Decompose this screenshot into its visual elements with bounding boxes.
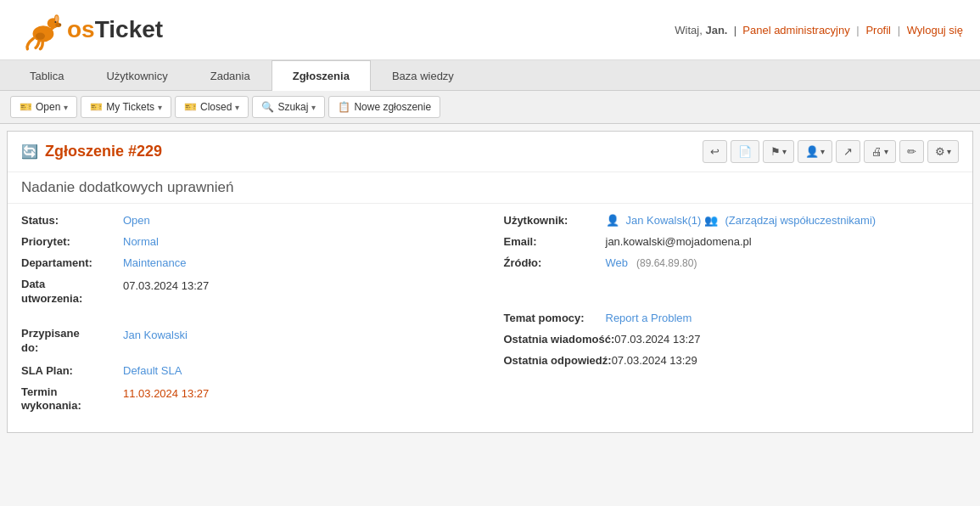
ticket-header: 🔄 Zgłoszenie #229 ↩ 📄 ⚑ ▾ 👤 ▾ ↗ 🖨 (8, 132, 972, 172)
my-tickets-icon: 🎫 (90, 101, 103, 113)
help-topic-value[interactable]: Report a Problem (606, 312, 692, 324)
tab-tablica[interactable]: Tablica (8, 60, 85, 91)
print-icon: 🖨 (871, 145, 882, 158)
user-value-group: 👤 Jan Kowalsk(1) 👥 (Zarządzaj współuczes… (606, 214, 876, 227)
note-button[interactable]: 📄 (731, 140, 759, 163)
search-icon: 🔍 (261, 101, 274, 113)
manage-participants-link[interactable]: (Zarządzaj współuczestnikami) (725, 214, 876, 227)
tab-uzytkownicy[interactable]: Użytkownicy (85, 60, 188, 91)
settings-dropdown-arrow: ▾ (947, 147, 951, 156)
tab-zgloszenia[interactable]: Zgłoszenia (272, 60, 371, 91)
source-label: Źródło: (504, 256, 606, 269)
header: osTicket Witaj, Jan. | Panel administrac… (0, 0, 980, 60)
open-dropdown-arrow: ▾ (64, 103, 68, 112)
created-label: Datautworzenia: (21, 278, 123, 306)
priority-row: Priorytet: Normal (21, 235, 477, 248)
tab-baza-wiedzy[interactable]: Baza wiedzy (371, 60, 475, 91)
assign-icon: 👤 (805, 145, 819, 158)
user-icon: 👤 (606, 214, 619, 227)
sep1: | (856, 24, 859, 37)
last-reply-value: 07.03.2024 13:29 (612, 354, 697, 367)
admin-panel-link[interactable]: Panel administracyjny (742, 24, 849, 37)
reply-button[interactable]: ↩ (703, 140, 727, 163)
my-tickets-button[interactable]: 🎫 My Tickets ▾ (81, 96, 171, 118)
greeting-text: Witaj, (675, 24, 703, 37)
assigned-label: Przypisanedo: (21, 327, 123, 356)
logo-text: osTicket (67, 16, 163, 43)
ticket-content: 🔄 Zgłoszenie #229 ↩ 📄 ⚑ ▾ 👤 ▾ ↗ 🖨 (7, 131, 973, 433)
transfer-button[interactable]: ↗ (836, 140, 860, 163)
closed-label: Closed (200, 101, 232, 113)
flag-dropdown-arrow: ▾ (782, 147, 787, 156)
due-value[interactable]: 11.03.2024 13:27 (123, 385, 209, 400)
new-ticket-icon: 📋 (338, 101, 350, 113)
assigned-row: Przypisanedo: Jan Kowalski (21, 327, 477, 356)
username-text: Jan. (705, 24, 727, 37)
group-icon: 👥 (704, 214, 718, 227)
svg-point-6 (59, 24, 60, 25)
settings-button[interactable]: ⚙ ▾ (927, 140, 959, 163)
svg-point-4 (54, 21, 56, 23)
search-button[interactable]: 🔍 Szukaj ▾ (252, 96, 325, 118)
settings-icon: ⚙ (935, 145, 945, 158)
edit-button[interactable]: ✏ (899, 140, 924, 163)
new-ticket-button[interactable]: 📋 Nowe zgłoszenie (328, 96, 440, 118)
open-tickets-button[interactable]: 🎫 Open ▾ (10, 96, 77, 118)
user-name[interactable]: Jan Kowalsk(1) (626, 214, 702, 227)
svg-point-3 (55, 16, 58, 22)
note-icon: 📄 (738, 145, 752, 158)
help-topic-label: Temat pomocy: (504, 312, 606, 324)
status-value[interactable]: Open (123, 214, 150, 227)
logo-kangaroo-icon (17, 8, 64, 51)
email-label: Email: (504, 235, 606, 248)
sla-label: SLA Plan: (21, 364, 123, 377)
ticket-number[interactable]: Zgłoszenie #229 (45, 143, 162, 160)
toolbar: 🎫 Open ▾ 🎫 My Tickets ▾ 🎫 Closed ▾ 🔍 Szu… (0, 91, 980, 124)
svg-point-5 (55, 23, 61, 27)
due-row: Terminwykonania: 11.03.2024 13:27 (21, 385, 477, 414)
sla-value[interactable]: Default SLA (123, 364, 182, 377)
user-label: Użytkownik: (504, 214, 606, 227)
source-value-group: Web (89.64.89.80) (606, 256, 697, 269)
open-label: Open (36, 101, 60, 113)
priority-label: Priorytet: (21, 235, 123, 248)
created-value: 07.03.2024 13:27 (123, 278, 209, 292)
department-value[interactable]: Maintenance (123, 256, 186, 269)
source-value[interactable]: Web (606, 256, 629, 269)
nav-tabs: Tablica Użytkownicy Zadania Zgłoszenia B… (0, 60, 980, 91)
sep2: | (898, 24, 900, 37)
svg-point-7 (36, 32, 45, 39)
help-topic-row: Temat pomocy: Report a Problem (504, 312, 960, 324)
search-label: Szukaj (277, 101, 308, 113)
assigned-value[interactable]: Jan Kowalski (123, 327, 188, 341)
tab-zadania[interactable]: Zadania (189, 60, 272, 91)
due-label: Terminwykonania: (21, 385, 123, 414)
last-reply-row: Ostatnia odpowiedź: 07.03.2024 13:29 (504, 354, 960, 367)
assign-button[interactable]: 👤 ▾ (798, 140, 832, 163)
search-dropdown-arrow: ▾ (311, 103, 316, 112)
transfer-icon: ↗ (843, 145, 853, 158)
print-button[interactable]: 🖨 ▾ (864, 140, 896, 163)
last-message-row: Ostatnia wiadomość: 07.03.2024 13:27 (504, 333, 960, 346)
ticket-subtitle: Nadanie dodatkowych uprawnień (8, 172, 972, 204)
department-row: Departament: Maintenance (21, 256, 477, 269)
profile-link[interactable]: Profil (865, 24, 891, 37)
user-row: Użytkownik: 👤 Jan Kowalsk(1) 👥 (Zarządza… (504, 214, 960, 227)
new-ticket-label: Nowe zgłoszenie (354, 101, 431, 113)
ticket-details: Status: Open Priorytet: Normal Departame… (8, 204, 972, 432)
logout-link[interactable]: Wyloguj się (907, 24, 963, 37)
priority-value[interactable]: Normal (123, 235, 159, 248)
header-right: Witaj, Jan. | Panel administracyjny | Pr… (675, 24, 963, 37)
source-ip: (89.64.89.80) (636, 257, 697, 269)
status-row: Status: Open (21, 214, 477, 227)
closed-tickets-icon: 🎫 (184, 101, 197, 113)
sla-row: SLA Plan: Default SLA (21, 364, 477, 377)
status-label: Status: (21, 214, 123, 227)
ticket-title-section: 🔄 Zgłoszenie #229 (21, 143, 162, 160)
closed-tickets-button[interactable]: 🎫 Closed ▾ (175, 96, 249, 118)
flag-button[interactable]: ⚑ ▾ (763, 140, 794, 163)
refresh-icon[interactable]: 🔄 (21, 143, 38, 160)
assign-dropdown-arrow: ▾ (820, 147, 825, 156)
email-value: jan.kowalski@mojadomena.pl (606, 235, 752, 248)
open-ticket-icon: 🎫 (20, 101, 32, 113)
